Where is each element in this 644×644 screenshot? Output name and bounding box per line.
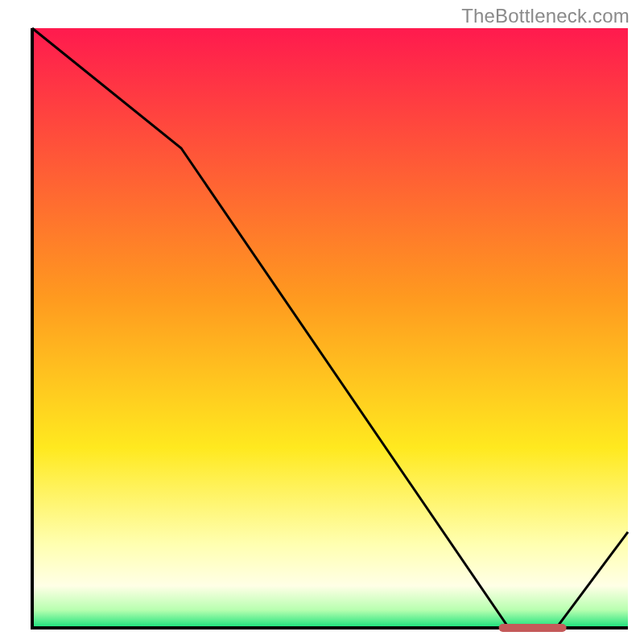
plot-background <box>32 28 628 628</box>
watermark-text: TheBottleneck.com <box>461 5 630 27</box>
chart-container: TheBottleneck.com <box>0 0 644 644</box>
chart-svg <box>0 0 644 644</box>
